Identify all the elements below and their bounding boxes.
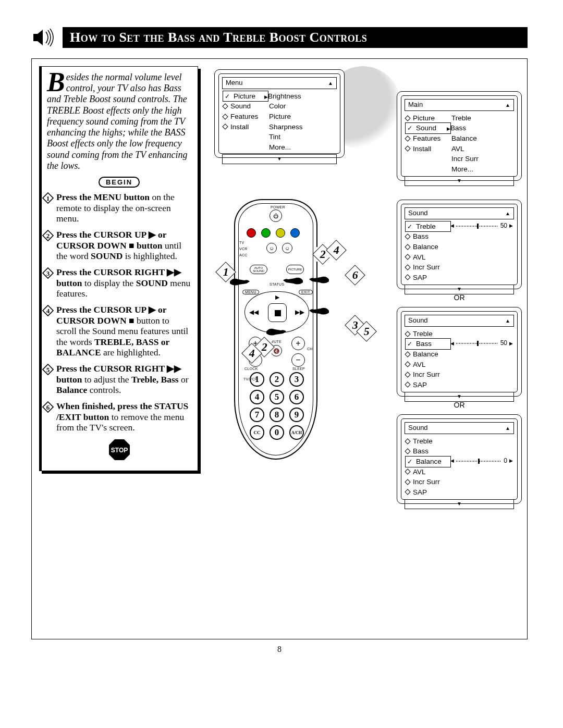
pointing-hand-icon (307, 271, 330, 287)
callout-5: 5 (359, 324, 374, 339)
step-number-icon: 5 (42, 363, 54, 376)
remote-control-diagram: POWER ⏻ TV VCR ACC ☺ ☺ AUTO SOUND PICTUR… (229, 199, 323, 465)
step-number-icon: 6 (42, 401, 54, 413)
face-button-2: ☺ (282, 243, 292, 253)
svg-text:6: 6 (46, 403, 50, 411)
callout-4b: 4 (244, 346, 259, 361)
auto-sound-button: AUTO SOUND (250, 265, 267, 274)
page-title: How to Set the Bass and Treble Boost Con… (63, 27, 528, 48)
pointing-hand-icon (281, 272, 304, 288)
step-2: 2 Press the CURSOR UP ▶ or CURSOR DOWN ■… (47, 229, 191, 262)
step-3: 3 Press the CURSOR RIGHT ▶▶ button to di… (47, 267, 191, 299)
svg-text:4: 4 (46, 306, 50, 314)
step-number-icon: 1 (42, 192, 54, 204)
step-number-icon: 4 (42, 304, 54, 317)
ch-up-button: + (291, 337, 305, 350)
svg-text:STOP: STOP (111, 447, 127, 454)
begin-badge: BEGIN (47, 177, 191, 188)
step-number-icon: 3 (42, 267, 54, 279)
osd-menu-1: Menu PictureBrightnessSoundColorFeatures… (214, 69, 345, 158)
osd-menu-2: Main PictureTrebleSoundBassFeaturesBalan… (397, 91, 522, 181)
osd-menu-5: Sound TrebleBassBalance0AVLIncr SurrSAP … (397, 414, 522, 504)
intro-text: Besides the normal volume level control,… (47, 72, 191, 171)
exit-label: EXIT (299, 290, 313, 294)
step-1: 1 Press the MENU button on the remote to… (47, 192, 191, 224)
page-number: 8 (31, 645, 528, 654)
ch-down-button: − (291, 353, 305, 367)
dropcap: B (47, 72, 66, 93)
mute-label: MUTE (271, 340, 282, 343)
step-number-icon: 2 (42, 229, 54, 242)
svg-text:1: 1 (46, 194, 50, 202)
step-6: 6 When finished, press the STATUS /EXIT … (47, 401, 191, 433)
diagram-area: Menu PictureBrightnessSoundColorFeatures… (209, 66, 522, 632)
or-label-2: OR (397, 401, 522, 409)
svg-text:5: 5 (46, 366, 50, 374)
green-button (261, 228, 271, 238)
power-button: ⏻ (270, 209, 282, 222)
speaker-icon (31, 29, 56, 46)
number-keypad: 123 456 789 CC0A/CH (250, 372, 304, 443)
instruction-box: Besides the normal volume level control,… (39, 66, 198, 471)
power-label: POWER (271, 205, 285, 209)
callout-4a: 4 (329, 243, 344, 257)
stop-badge: STOP (108, 438, 131, 461)
page-header: How to Set the Bass and Treble Boost Con… (31, 27, 528, 48)
face-button-1: ☺ (266, 243, 277, 253)
red-button (247, 228, 256, 238)
blue-button (290, 228, 300, 238)
svg-text:3: 3 (46, 269, 50, 277)
page-body: Besides the normal volume level control,… (31, 58, 528, 639)
menu-label: MENU (242, 290, 259, 294)
pointing-hand-icon (265, 323, 288, 339)
osd-menu-4: Sound TrebleBass50BalanceAVLIncr SurrSAP… (397, 307, 522, 397)
pointing-hand-icon (307, 302, 330, 318)
callout-6: 6 (348, 268, 362, 282)
or-label-1: OR (397, 293, 522, 302)
svg-text:2: 2 (46, 232, 50, 240)
step-5: 5 Press the CURSOR RIGHT ▶▶ button to ad… (47, 363, 191, 396)
step-4: 4 Press the CURSOR UP ▶ or CURSOR DOWN ■… (47, 304, 191, 358)
pointing-hand-icon (229, 273, 252, 289)
yellow-button (276, 228, 285, 238)
osd-menu-3: Sound Treble50BassBalanceAVLIncr SurrSAP… (397, 200, 522, 289)
